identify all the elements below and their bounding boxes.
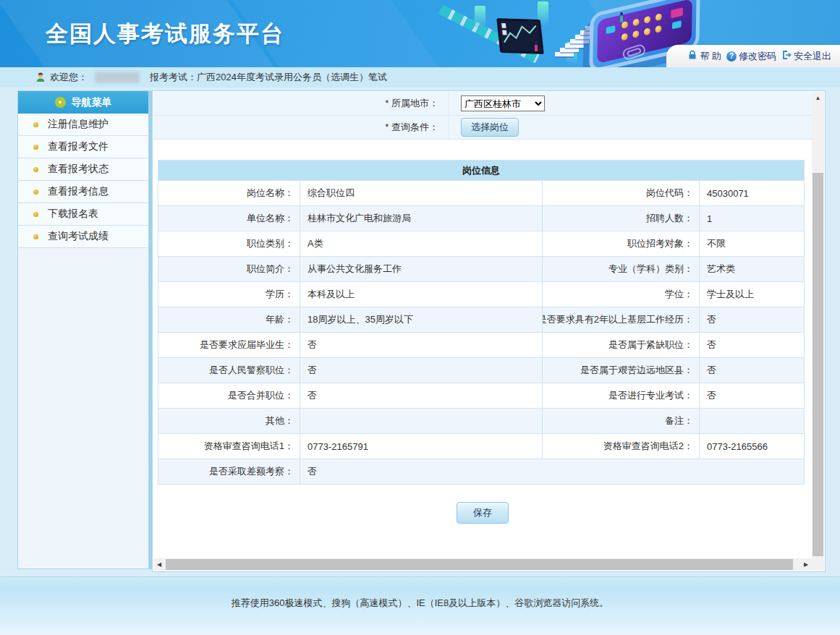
- vertical-scrollbar[interactable]: ▲: [812, 92, 824, 558]
- chevron-down-icon: ▼: [55, 97, 66, 108]
- lock-icon: [687, 50, 697, 62]
- sidebar-item-register-info[interactable]: 注册信息维护: [18, 114, 148, 136]
- header: 全国人事考试服务平台 帮 助 ? 修改密码 安全退出: [0, 0, 840, 67]
- row-label: 职位类别：: [158, 231, 300, 256]
- page: 全国人事考试服务平台 帮 助 ? 修改密码 安全退出 欢迎您： 报考考试：广西2…: [0, 0, 840, 635]
- select-position-button[interactable]: 选择岗位: [461, 118, 519, 137]
- row-value: 否: [300, 333, 543, 357]
- stair-step: [555, 52, 574, 56]
- logout-label: 安全退出: [794, 50, 831, 63]
- table-row: 学历： 本科及以上 学位： 学士及以上: [158, 281, 804, 307]
- row-label: 职位简介：: [158, 257, 300, 281]
- bullet-dot-icon: [33, 122, 38, 127]
- row-value: 学士及以上: [700, 282, 804, 307]
- row-value: 1: [700, 206, 804, 231]
- change-password-link[interactable]: ? 修改密码: [726, 50, 776, 63]
- row-value: 综合职位四: [300, 181, 543, 205]
- row-label: 单位名称：: [158, 206, 300, 231]
- help-link[interactable]: 帮 助: [687, 50, 721, 63]
- bullet-dot-icon: [33, 234, 38, 239]
- scroll-left-arrow-icon[interactable]: ◀: [153, 561, 165, 568]
- sidebar-menu: 注册信息维护 查看报考文件 查看报考状态 查看报考信息 下载报名表: [18, 114, 148, 248]
- content-area: ▼ 导航菜单 注册信息维护 查看报考文件 查看报考状态 查看报: [0, 88, 840, 576]
- row-value: 否: [700, 358, 804, 383]
- query-label: * 查询条件：: [153, 116, 449, 139]
- sidebar-item-view-application-info[interactable]: 查看报考信息: [18, 181, 148, 203]
- table-row: 是否合并职位： 否 是否进行专业考试： 否: [158, 383, 804, 408]
- row-label: 年龄：: [158, 307, 300, 332]
- help-link-label: 帮 助: [700, 50, 721, 63]
- row-value: 否: [300, 358, 543, 383]
- bullet-dot-icon: [33, 145, 38, 150]
- glow-pillar-icon: [567, 42, 577, 64]
- row-value: 否: [300, 459, 804, 484]
- scrollbar-corner: [812, 558, 824, 571]
- person-figure-icon: [535, 45, 538, 51]
- logout-link[interactable]: 安全退出: [781, 50, 831, 63]
- sidebar-title: 导航菜单: [72, 96, 112, 109]
- row-label: 是否进行专业考试：: [543, 383, 700, 408]
- table-row: 是否采取差额考察： 否: [158, 459, 804, 484]
- table-row: 年龄： 18周岁以上、35周岁以下 是否要求具有2年以上基层工作经历： 否: [158, 307, 804, 332]
- row-label: 专业（学科）类别：: [543, 257, 700, 281]
- row-label: 职位招考对象：: [543, 231, 700, 256]
- row-label: 其他：: [158, 409, 300, 433]
- row-value: [700, 409, 804, 433]
- row-value: 18周岁以上、35周岁以下: [300, 307, 543, 332]
- stair-step: [570, 39, 589, 43]
- scroll-up-arrow-icon[interactable]: ▲: [812, 92, 824, 103]
- bullet-dot-icon: [33, 189, 38, 195]
- stair-step: [585, 26, 604, 30]
- sidebar-item-query-scores[interactable]: 查询考试成绩: [18, 226, 148, 248]
- row-label: 是否人民警察职位：: [158, 358, 300, 383]
- table-row: 是否要求应届毕业生： 否 是否属于紧缺职位： 否: [158, 332, 804, 357]
- row-value: 否: [700, 307, 804, 332]
- job-info-table: 岗位信息 岗位名称： 综合职位四 岗位代码： 45030071 单位名称： 桂林…: [158, 160, 805, 485]
- table-row: 其他： 备注：: [158, 408, 804, 433]
- page-title: 全国人事考试服务平台: [46, 19, 284, 49]
- scroll-right-arrow-icon[interactable]: ▶: [800, 561, 812, 568]
- row-label: 是否属于紧缺职位：: [543, 333, 700, 357]
- table-row: 单位名称： 桂林市文化广电和旅游局 招聘人数： 1: [158, 205, 804, 231]
- bullet-dot-icon: [33, 212, 38, 217]
- sidebar-item-label: 查看报考文件: [48, 140, 109, 153]
- row-label: 是否要求应届毕业生：: [158, 333, 300, 357]
- welcome-bar: 欢迎您： 报考考试：广西2024年度考试录用公务员（选调生）笔试: [0, 67, 840, 88]
- horizontal-scrollbar[interactable]: ◀ ▶: [153, 558, 812, 571]
- user-name-redacted: [95, 72, 140, 83]
- sidebar-nav-header[interactable]: ▼ 导航菜单: [18, 91, 148, 114]
- row-value: 本科及以上: [300, 282, 543, 307]
- welcome-greeting: 欢迎您：: [50, 71, 88, 84]
- save-button[interactable]: 保存: [457, 502, 509, 524]
- main-panel: * 所属地市： 广西区桂林市 * 查询条件： 选择岗位 岗位信息: [152, 90, 826, 572]
- stair-step: [580, 30, 599, 35]
- row-label: 学历：: [158, 282, 300, 307]
- question-icon: ?: [726, 51, 737, 61]
- exam-info: 报考考试：广西2024年度考试录用公务员（选调生）笔试: [150, 71, 387, 84]
- row-value: 否: [700, 333, 804, 357]
- row-value: 0773-2165791: [300, 434, 543, 459]
- sidebar-item-view-application-status[interactable]: 查看报考状态: [18, 158, 148, 181]
- row-label: 岗位代码：: [543, 181, 700, 205]
- bullet-dot-icon: [33, 167, 38, 172]
- stair-step: [575, 35, 594, 39]
- user-avatar-icon: [35, 72, 46, 83]
- row-label: 学位：: [543, 282, 700, 307]
- main-panel-content: * 所属地市： 广西区桂林市 * 查询条件： 选择岗位 岗位信息: [153, 92, 812, 558]
- row-label: 是否合并职位：: [158, 383, 300, 408]
- row-value: [300, 409, 543, 433]
- browser-recommendation: 推荐使用360极速模式、搜狗（高速模式）、IE（IE8及以上版本）、谷歌浏览器访…: [0, 597, 840, 610]
- change-password-label: 修改密码: [739, 50, 776, 63]
- glow-pillar-icon: [538, 1, 548, 26]
- vertical-scrollbar-thumb[interactable]: [813, 173, 823, 556]
- horizontal-scrollbar-thumb[interactable]: [166, 559, 793, 570]
- city-select[interactable]: 广西区桂林市: [461, 95, 545, 111]
- sidebar-item-download-form[interactable]: 下载报名表: [18, 203, 148, 226]
- footer: 推荐使用360极速模式、搜狗（高速模式）、IE（IE8及以上版本）、谷歌浏览器访…: [0, 576, 840, 635]
- sidebar-item-label: 查看报考状态: [48, 163, 109, 176]
- sidebar-item-label: 下载报名表: [48, 208, 98, 221]
- row-label: 岗位名称：: [158, 181, 300, 205]
- stair-step: [560, 48, 579, 52]
- row-value: A类: [300, 231, 543, 256]
- sidebar-item-view-exam-files[interactable]: 查看报考文件: [18, 136, 148, 158]
